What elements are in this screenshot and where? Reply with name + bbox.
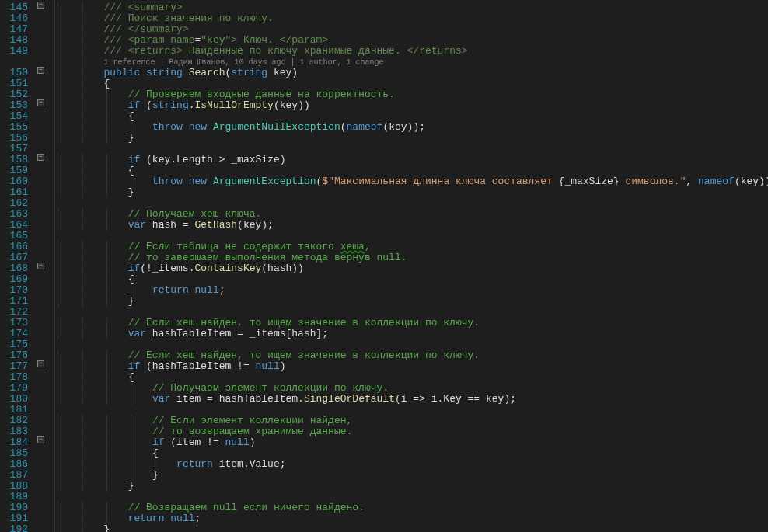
code-line[interactable]: │ │ │ │ if (item != null) [55, 437, 768, 448]
line-number[interactable]: 175 [0, 339, 28, 350]
code-line[interactable]: │ │ /// Поиск значения по ключу. [55, 13, 768, 24]
code-line[interactable]: │ │ │ var hash = GetHash(key); [55, 220, 768, 231]
line-number[interactable]: 145 [0, 2, 28, 13]
code-line[interactable] [55, 339, 768, 350]
line-number[interactable]: 159 [0, 165, 28, 176]
line-number[interactable]: 174 [0, 329, 28, 339]
code-line[interactable]: │ │ │ │ throw new ArgumentException($"Ма… [55, 176, 768, 187]
fold-toggle-icon[interactable] [37, 263, 44, 269]
line-number[interactable]: 170 [0, 285, 28, 296]
fold-toggle-icon[interactable] [37, 67, 44, 74]
code-line[interactable]: │ │ /// <summary> [55, 2, 768, 13]
code-line[interactable]: │ │ { [55, 78, 768, 89]
line-number[interactable]: 161 [0, 187, 28, 198]
code-line[interactable]: │ │ │ { [55, 111, 768, 122]
code-line[interactable]: │ │ │ if (hashTableItem != null) [55, 361, 768, 372]
line-number[interactable]: 183 [0, 426, 28, 437]
code-line[interactable] [55, 144, 768, 155]
line-number[interactable]: 146 [0, 13, 28, 24]
code-line[interactable]: │ │ │ │ throw new ArgumentNullException(… [55, 122, 768, 133]
line-number[interactable]: 169 [0, 274, 28, 285]
line-number[interactable]: 150 [0, 68, 28, 78]
line-number[interactable]: 160 [0, 176, 28, 187]
line-number[interactable] [0, 57, 28, 68]
code-line[interactable]: │ │ │ if (string.IsNullOrEmpty(key)) [55, 100, 768, 111]
fold-toggle-icon[interactable] [37, 2, 44, 9]
code-line[interactable] [55, 492, 768, 502]
line-number[interactable]: 157 [0, 144, 28, 155]
line-number[interactable]: 182 [0, 416, 28, 426]
line-number[interactable]: 163 [0, 209, 28, 220]
line-number[interactable]: 167 [0, 252, 28, 263]
code-line[interactable]: │ │ │ │ // Если элемент коллекции найден… [55, 416, 768, 426]
line-number[interactable]: 187 [0, 470, 28, 481]
code-line[interactable] [55, 231, 768, 242]
code-line[interactable] [55, 405, 768, 416]
code-line[interactable]: │ │ │ { [55, 274, 768, 285]
line-number[interactable]: 151 [0, 78, 28, 89]
code-line[interactable] [55, 198, 768, 209]
line-number[interactable]: 156 [0, 133, 28, 144]
line-number[interactable]: 154 [0, 111, 28, 122]
code-line[interactable]: │ │ │ │ // то возвращаем хранимые данные… [55, 426, 768, 437]
code-line[interactable]: │ │ │ │ { [55, 448, 768, 459]
code-line[interactable]: │ │ │ if(!_items.ContainsKey(hash)) [55, 263, 768, 274]
code-line[interactable]: │ │ │ // Получаем хеш ключа. [55, 209, 768, 220]
fold-toggle-icon[interactable] [37, 436, 44, 443]
line-number[interactable]: 149 [0, 46, 28, 57]
code-line[interactable]: │ │ │ // Если хеш найден, то ищем значен… [55, 318, 768, 329]
code-area[interactable]: │ │ /// <summary>│ │ /// Поиск значения … [54, 0, 768, 532]
code-line[interactable]: │ │ public string Search(string key) [55, 68, 768, 78]
code-line[interactable]: │ │ │ } [55, 481, 768, 492]
line-number[interactable]: 192 [0, 524, 28, 532]
line-number[interactable]: 185 [0, 448, 28, 459]
line-number[interactable]: 180 [0, 394, 28, 405]
code-line[interactable]: │ │ /// </summary> [55, 24, 768, 35]
line-number[interactable]: 178 [0, 372, 28, 383]
fold-toggle-icon[interactable] [37, 99, 44, 106]
code-line[interactable]: │ │ │ // Возвращаем null если ничего най… [55, 502, 768, 513]
line-number[interactable]: 166 [0, 242, 28, 252]
line-number[interactable]: 186 [0, 459, 28, 470]
code-line[interactable]: │ │ /// <returns> Найденные по ключу хра… [55, 46, 768, 57]
line-number[interactable]: 147 [0, 24, 28, 35]
line-number[interactable]: 172 [0, 307, 28, 318]
line-number[interactable]: 190 [0, 502, 28, 513]
code-line[interactable]: │ │ │ │ return null; [55, 285, 768, 296]
code-line[interactable]: │ │ │ │ │ return item.Value; [55, 459, 768, 470]
line-number[interactable]: 158 [0, 155, 28, 165]
line-number[interactable]: 181 [0, 405, 28, 416]
line-number[interactable]: 164 [0, 220, 28, 231]
line-number[interactable]: 191 [0, 513, 28, 524]
fold-column[interactable] [36, 0, 50, 532]
line-number[interactable]: 177 [0, 361, 28, 372]
line-number[interactable]: 189 [0, 492, 28, 502]
code-line[interactable]: │ │ │ { [55, 372, 768, 383]
code-line[interactable]: │ │ 1 reference | Вадим Шванов, 10 days … [55, 57, 768, 68]
code-line[interactable]: │ │ │ // Проверяем входные данные на кор… [55, 89, 768, 100]
fold-toggle-icon[interactable] [37, 154, 44, 161]
code-line[interactable]: │ │ │ // Если таблица не содержит такого… [55, 242, 768, 252]
line-number[interactable]: 184 [0, 437, 28, 448]
code-line[interactable]: │ │ /// <param name="key"> Ключ. </param… [55, 35, 768, 46]
code-line[interactable]: │ │ │ } [55, 296, 768, 307]
code-editor[interactable]: 145146147148149 150151152153154155156157… [0, 0, 768, 532]
line-number[interactable]: 188 [0, 481, 28, 492]
code-line[interactable]: │ │ │ { [55, 165, 768, 176]
code-line[interactable]: │ │ │ │ var item = hashTableItem.SingleO… [55, 394, 768, 405]
line-number-gutter[interactable]: 145146147148149 150151152153154155156157… [0, 0, 36, 532]
line-number[interactable]: 152 [0, 89, 28, 100]
line-number[interactable]: 173 [0, 318, 28, 329]
line-number[interactable]: 153 [0, 100, 28, 111]
code-line[interactable]: │ │ │ │ } [55, 470, 768, 481]
fold-toggle-icon[interactable] [37, 360, 44, 367]
code-line[interactable]: │ │ │ │ // Получаем элемент коллекции по… [55, 383, 768, 394]
code-line[interactable]: │ │ │ } [55, 187, 768, 198]
code-line[interactable]: │ │ │ var hashTableItem = _items[hash]; [55, 329, 768, 339]
code-line[interactable]: │ │ │ return null; [55, 513, 768, 524]
line-number[interactable]: 171 [0, 296, 28, 307]
code-line[interactable]: │ │ │ // то завершаем выполнения метода … [55, 252, 768, 263]
line-number[interactable]: 179 [0, 383, 28, 394]
line-number[interactable]: 162 [0, 198, 28, 209]
code-line[interactable] [55, 307, 768, 318]
